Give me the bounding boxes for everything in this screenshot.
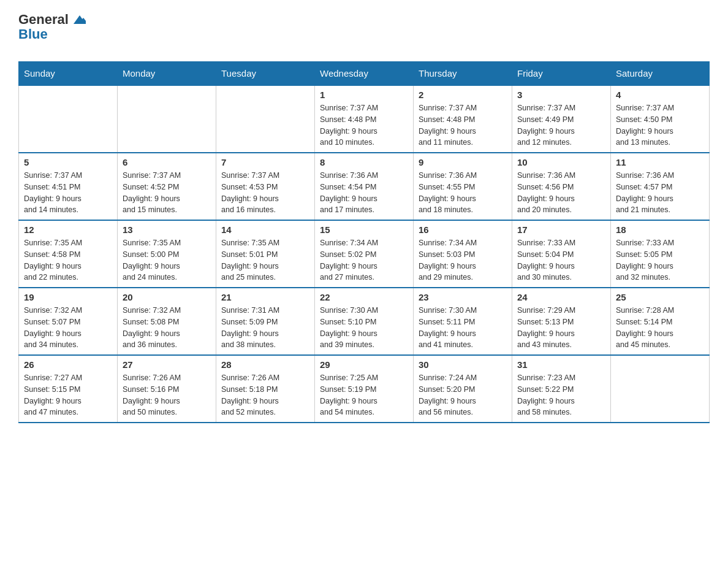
calendar-cell: 1Sunrise: 7:37 AM Sunset: 4:48 PM Daylig…	[315, 85, 414, 153]
day-number: 7	[221, 157, 309, 167]
calendar-cell: 18Sunrise: 7:33 AM Sunset: 5:05 PM Dayli…	[611, 220, 710, 288]
day-number: 31	[517, 359, 605, 370]
day-number: 19	[24, 292, 112, 302]
day-number: 30	[419, 359, 507, 370]
day-info: Sunrise: 7:37 AM Sunset: 4:51 PM Dayligh…	[24, 170, 112, 216]
day-info: Sunrise: 7:26 AM Sunset: 5:16 PM Dayligh…	[123, 372, 211, 418]
day-info: Sunrise: 7:37 AM Sunset: 4:53 PM Dayligh…	[221, 170, 309, 216]
calendar-table: Sunday Monday Tuesday Wednesday Thursday…	[18, 61, 710, 423]
day-number: 14	[221, 224, 309, 235]
day-number: 4	[616, 90, 704, 100]
day-info: Sunrise: 7:24 AM Sunset: 5:20 PM Dayligh…	[419, 372, 507, 418]
calendar-cell: 21Sunrise: 7:31 AM Sunset: 5:09 PM Dayli…	[216, 288, 315, 355]
day-info: Sunrise: 7:26 AM Sunset: 5:18 PM Dayligh…	[221, 372, 309, 418]
day-info: Sunrise: 7:37 AM Sunset: 4:48 PM Dayligh…	[419, 102, 507, 148]
day-number: 17	[517, 224, 605, 235]
calendar-cell: 17Sunrise: 7:33 AM Sunset: 5:04 PM Dayli…	[512, 220, 611, 288]
day-number: 22	[320, 292, 408, 302]
day-info: Sunrise: 7:37 AM Sunset: 4:48 PM Dayligh…	[320, 102, 408, 148]
day-info: Sunrise: 7:37 AM Sunset: 4:49 PM Dayligh…	[517, 102, 605, 148]
calendar-cell: 20Sunrise: 7:32 AM Sunset: 5:08 PM Dayli…	[118, 288, 216, 355]
day-number: 25	[616, 292, 704, 302]
logo-blue: Blue	[18, 27, 48, 42]
calendar-cell: 25Sunrise: 7:28 AM Sunset: 5:14 PM Dayli…	[611, 288, 710, 355]
day-number: 27	[123, 359, 211, 370]
day-info: Sunrise: 7:32 AM Sunset: 5:07 PM Dayligh…	[24, 305, 112, 351]
logo-triangle-icon	[74, 14, 86, 26]
calendar-cell: 15Sunrise: 7:34 AM Sunset: 5:02 PM Dayli…	[315, 220, 414, 288]
day-info: Sunrise: 7:30 AM Sunset: 5:10 PM Dayligh…	[320, 305, 408, 351]
calendar-week-row: 26Sunrise: 7:27 AM Sunset: 5:15 PM Dayli…	[19, 355, 710, 423]
calendar-cell: 12Sunrise: 7:35 AM Sunset: 4:58 PM Dayli…	[19, 220, 118, 288]
day-number: 12	[24, 224, 112, 235]
day-info: Sunrise: 7:34 AM Sunset: 5:03 PM Dayligh…	[419, 237, 507, 283]
calendar-cell: 30Sunrise: 7:24 AM Sunset: 5:20 PM Dayli…	[414, 355, 512, 423]
day-info: Sunrise: 7:35 AM Sunset: 4:58 PM Dayligh…	[24, 237, 112, 283]
calendar-cell: 13Sunrise: 7:35 AM Sunset: 5:00 PM Dayli…	[118, 220, 216, 288]
day-info: Sunrise: 7:30 AM Sunset: 5:11 PM Dayligh…	[419, 305, 507, 351]
day-number: 20	[123, 292, 211, 302]
day-number: 21	[221, 292, 309, 302]
day-info: Sunrise: 7:35 AM Sunset: 5:01 PM Dayligh…	[221, 237, 309, 283]
day-number: 18	[616, 224, 704, 235]
col-tuesday: Tuesday	[216, 62, 315, 86]
day-number: 8	[320, 157, 408, 167]
calendar-cell: 31Sunrise: 7:23 AM Sunset: 5:22 PM Dayli…	[512, 355, 611, 423]
day-number: 9	[419, 157, 507, 167]
calendar-cell	[118, 85, 216, 153]
calendar-week-row: 19Sunrise: 7:32 AM Sunset: 5:07 PM Dayli…	[19, 288, 710, 355]
calendar-header-row: Sunday Monday Tuesday Wednesday Thursday…	[19, 62, 710, 86]
day-number: 13	[123, 224, 211, 235]
logo-text-block: General Blue	[18, 12, 86, 42]
day-number: 5	[24, 157, 112, 167]
calendar-container: Sunday Monday Tuesday Wednesday Thursday…	[18, 61, 710, 423]
calendar-cell: 11Sunrise: 7:36 AM Sunset: 4:57 PM Dayli…	[611, 153, 710, 220]
calendar-cell: 14Sunrise: 7:35 AM Sunset: 5:01 PM Dayli…	[216, 220, 315, 288]
day-number: 11	[616, 157, 704, 167]
day-number: 28	[221, 359, 309, 370]
calendar-cell: 22Sunrise: 7:30 AM Sunset: 5:10 PM Dayli…	[315, 288, 414, 355]
day-info: Sunrise: 7:36 AM Sunset: 4:57 PM Dayligh…	[616, 170, 704, 216]
day-info: Sunrise: 7:27 AM Sunset: 5:15 PM Dayligh…	[24, 372, 112, 418]
day-info: Sunrise: 7:33 AM Sunset: 5:04 PM Dayligh…	[517, 237, 605, 283]
day-info: Sunrise: 7:31 AM Sunset: 5:09 PM Dayligh…	[221, 305, 309, 351]
calendar-cell: 4Sunrise: 7:37 AM Sunset: 4:50 PM Daylig…	[611, 85, 710, 153]
calendar-cell: 5Sunrise: 7:37 AM Sunset: 4:51 PM Daylig…	[19, 153, 118, 220]
calendar-week-row: 5Sunrise: 7:37 AM Sunset: 4:51 PM Daylig…	[19, 153, 710, 220]
day-number: 1	[320, 90, 408, 100]
calendar-cell: 8Sunrise: 7:36 AM Sunset: 4:54 PM Daylig…	[315, 153, 414, 220]
day-info: Sunrise: 7:35 AM Sunset: 5:00 PM Dayligh…	[123, 237, 211, 283]
calendar-cell: 28Sunrise: 7:26 AM Sunset: 5:18 PM Dayli…	[216, 355, 315, 423]
calendar-cell: 26Sunrise: 7:27 AM Sunset: 5:15 PM Dayli…	[19, 355, 118, 423]
calendar-cell: 16Sunrise: 7:34 AM Sunset: 5:03 PM Dayli…	[414, 220, 512, 288]
day-number: 3	[517, 90, 605, 100]
calendar-cell	[19, 85, 118, 153]
day-number: 23	[419, 292, 507, 302]
calendar-cell: 6Sunrise: 7:37 AM Sunset: 4:52 PM Daylig…	[118, 153, 216, 220]
col-sunday: Sunday	[19, 62, 118, 86]
day-number: 15	[320, 224, 408, 235]
day-info: Sunrise: 7:37 AM Sunset: 4:50 PM Dayligh…	[616, 102, 704, 148]
calendar-cell: 2Sunrise: 7:37 AM Sunset: 4:48 PM Daylig…	[414, 85, 512, 153]
day-info: Sunrise: 7:33 AM Sunset: 5:05 PM Dayligh…	[616, 237, 704, 283]
calendar-cell: 29Sunrise: 7:25 AM Sunset: 5:19 PM Dayli…	[315, 355, 414, 423]
day-info: Sunrise: 7:29 AM Sunset: 5:13 PM Dayligh…	[517, 305, 605, 351]
calendar-week-row: 1Sunrise: 7:37 AM Sunset: 4:48 PM Daylig…	[19, 85, 710, 153]
col-friday: Friday	[512, 62, 611, 86]
calendar-cell	[216, 85, 315, 153]
col-thursday: Thursday	[414, 62, 512, 86]
calendar-cell: 10Sunrise: 7:36 AM Sunset: 4:56 PM Dayli…	[512, 153, 611, 220]
day-info: Sunrise: 7:32 AM Sunset: 5:08 PM Dayligh…	[123, 305, 211, 351]
logo-container: General Blue	[18, 12, 86, 42]
day-number: 29	[320, 359, 408, 370]
day-info: Sunrise: 7:36 AM Sunset: 4:55 PM Dayligh…	[419, 170, 507, 216]
calendar-cell: 19Sunrise: 7:32 AM Sunset: 5:07 PM Dayli…	[19, 288, 118, 355]
day-info: Sunrise: 7:36 AM Sunset: 4:54 PM Dayligh…	[320, 170, 408, 216]
calendar-cell: 24Sunrise: 7:29 AM Sunset: 5:13 PM Dayli…	[512, 288, 611, 355]
day-info: Sunrise: 7:36 AM Sunset: 4:56 PM Dayligh…	[517, 170, 605, 216]
day-info: Sunrise: 7:23 AM Sunset: 5:22 PM Dayligh…	[517, 372, 605, 418]
col-monday: Monday	[118, 62, 216, 86]
day-number: 24	[517, 292, 605, 302]
day-info: Sunrise: 7:34 AM Sunset: 5:02 PM Dayligh…	[320, 237, 408, 283]
calendar-week-row: 12Sunrise: 7:35 AM Sunset: 4:58 PM Dayli…	[19, 220, 710, 288]
